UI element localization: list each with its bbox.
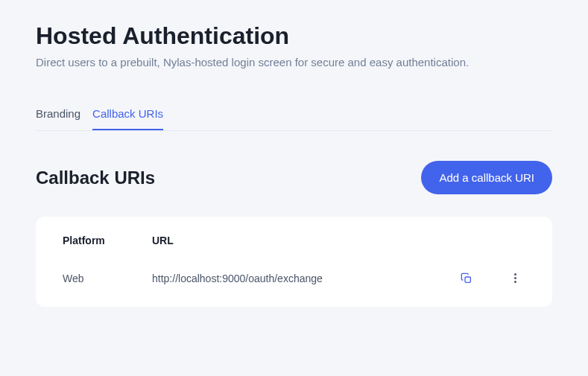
row-url: http://localhost:9000/oauth/exchange — [152, 273, 436, 284]
column-header-url: URL — [152, 235, 436, 246]
tabs-container: Branding Callback URIs — [36, 98, 552, 131]
copy-icon — [461, 273, 472, 284]
callback-uris-table: Platform URL Web http://localhost:9000/o… — [63, 235, 525, 289]
page-subtitle: Direct users to a prebuilt, Nylas-hosted… — [36, 56, 552, 68]
svg-rect-0 — [465, 277, 470, 282]
page-title: Hosted Authentication — [36, 22, 552, 50]
copy-button[interactable] — [458, 270, 475, 287]
section-header: Callback URIs Add a callback URI — [36, 161, 552, 194]
column-header-platform: Platform — [63, 235, 152, 246]
more-options-button[interactable] — [505, 267, 525, 289]
table-header: Platform URL — [63, 235, 525, 246]
tab-callback-uris[interactable]: Callback URIs — [92, 98, 163, 130]
callback-uris-card: Platform URL Web http://localhost:9000/o… — [36, 217, 552, 307]
table-row: Web http://localhost:9000/oauth/exchange — [63, 267, 525, 289]
add-callback-uri-button[interactable]: Add a callback URI — [421, 161, 552, 194]
tab-branding[interactable]: Branding — [36, 98, 80, 130]
section-title: Callback URIs — [36, 168, 155, 188]
more-vertical-icon — [508, 270, 522, 286]
row-platform: Web — [63, 273, 152, 284]
